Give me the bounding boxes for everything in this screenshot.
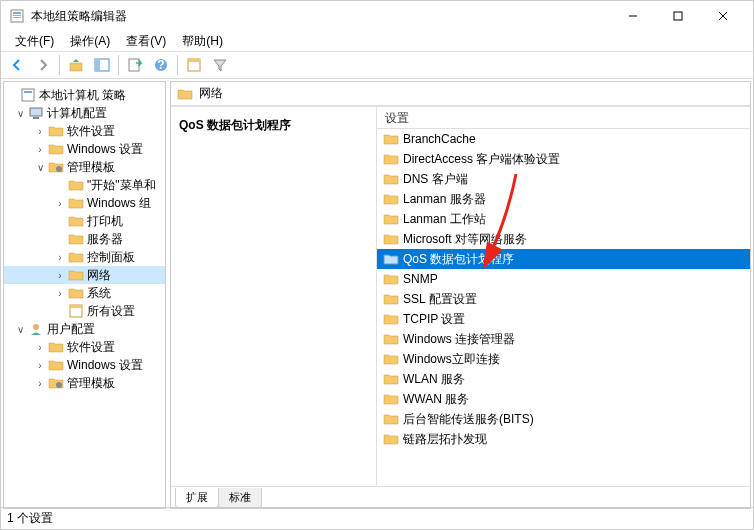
folder-icon bbox=[383, 431, 399, 447]
menu-bar: 文件(F) 操作(A) 查看(V) 帮助(H) bbox=[1, 31, 753, 51]
list-item-label: Microsoft 对等网络服务 bbox=[403, 231, 527, 248]
tree-admin-templates[interactable]: ∨管理模板 bbox=[4, 158, 165, 176]
help-button[interactable]: ? bbox=[149, 53, 173, 77]
svg-rect-18 bbox=[30, 108, 42, 116]
filter-button[interactable] bbox=[208, 53, 232, 77]
topic-panel: QoS 数据包计划程序 bbox=[171, 107, 376, 486]
list-item-label: BranchCache bbox=[403, 132, 476, 146]
list-item[interactable]: Microsoft 对等网络服务 bbox=[377, 229, 750, 249]
svg-rect-8 bbox=[70, 63, 82, 71]
folder-icon bbox=[383, 251, 399, 267]
list-item[interactable]: QoS 数据包计划程序 bbox=[377, 249, 750, 269]
header-title: 网络 bbox=[199, 85, 223, 102]
folder-icon bbox=[383, 371, 399, 387]
list-item-label: TCPIP 设置 bbox=[403, 311, 465, 328]
list-item[interactable]: 后台智能传送服务(BITS) bbox=[377, 409, 750, 429]
svg-text:?: ? bbox=[157, 58, 164, 72]
folder-icon bbox=[177, 86, 193, 102]
svg-rect-1 bbox=[13, 12, 21, 14]
forward-button[interactable] bbox=[31, 53, 55, 77]
svg-rect-2 bbox=[13, 15, 21, 16]
tab-standard[interactable]: 标准 bbox=[218, 488, 262, 508]
tree-pane[interactable]: 本地计算机 策略 ∨计算机配置 ›软件设置 ›Windows 设置 ∨管理模板 … bbox=[3, 81, 166, 509]
svg-rect-16 bbox=[22, 89, 34, 101]
folder-icon bbox=[383, 391, 399, 407]
tree-user-config[interactable]: ∨用户配置 bbox=[4, 320, 165, 338]
tree-item[interactable]: 打印机 bbox=[4, 212, 165, 230]
toolbar-separator bbox=[118, 55, 119, 75]
list-item[interactable]: WWAN 服务 bbox=[377, 389, 750, 409]
tree-item[interactable]: ›Windows 组 bbox=[4, 194, 165, 212]
app-icon bbox=[9, 8, 25, 24]
tree-item[interactable]: ›软件设置 bbox=[4, 338, 165, 356]
list-item-label: Lanman 工作站 bbox=[403, 211, 486, 228]
list-item[interactable]: Windows 连接管理器 bbox=[377, 329, 750, 349]
tab-extended[interactable]: 扩展 bbox=[175, 488, 219, 508]
properties-button[interactable] bbox=[182, 53, 206, 77]
content-pane: 网络 QoS 数据包计划程序 设置 BranchCacheDirectAcces… bbox=[170, 81, 751, 509]
list-item[interactable]: SNMP bbox=[377, 269, 750, 289]
tree-item[interactable]: ›管理模板 bbox=[4, 374, 165, 392]
minimize-button[interactable] bbox=[610, 1, 655, 31]
list-item[interactable]: DNS 客户端 bbox=[377, 169, 750, 189]
export-button[interactable] bbox=[123, 53, 147, 77]
menu-file[interactable]: 文件(F) bbox=[7, 31, 62, 51]
menu-help[interactable]: 帮助(H) bbox=[174, 31, 231, 51]
topic-title: QoS 数据包计划程序 bbox=[179, 118, 291, 132]
folder-icon bbox=[383, 151, 399, 167]
list-item[interactable]: Windows立即连接 bbox=[377, 349, 750, 369]
svg-point-20 bbox=[56, 166, 62, 172]
list-item-label: Windows 连接管理器 bbox=[403, 331, 515, 348]
list-item-label: 链路层拓扑发现 bbox=[403, 431, 487, 448]
svg-rect-5 bbox=[674, 12, 682, 20]
svg-rect-10 bbox=[95, 59, 100, 71]
tree-network[interactable]: ›网络 bbox=[4, 266, 165, 284]
window-title: 本地组策略编辑器 bbox=[31, 8, 610, 25]
tab-bar: 扩展 标准 bbox=[171, 486, 750, 508]
svg-rect-19 bbox=[33, 117, 39, 119]
main-area: 本地计算机 策略 ∨计算机配置 ›软件设置 ›Windows 设置 ∨管理模板 … bbox=[1, 79, 753, 511]
svg-rect-15 bbox=[188, 59, 200, 62]
list-item-label: WWAN 服务 bbox=[403, 391, 469, 408]
menu-action[interactable]: 操作(A) bbox=[62, 31, 118, 51]
tree-root[interactable]: 本地计算机 策略 bbox=[4, 86, 165, 104]
list-item-label: SSL 配置设置 bbox=[403, 291, 477, 308]
svg-rect-3 bbox=[13, 17, 21, 18]
folder-icon bbox=[383, 211, 399, 227]
list-item[interactable]: WLAN 服务 bbox=[377, 369, 750, 389]
list-item[interactable]: Lanman 工作站 bbox=[377, 209, 750, 229]
show-hide-tree-button[interactable] bbox=[90, 53, 114, 77]
back-button[interactable] bbox=[5, 53, 29, 77]
menu-view[interactable]: 查看(V) bbox=[118, 31, 174, 51]
tree-item[interactable]: ›Windows 设置 bbox=[4, 356, 165, 374]
folder-icon bbox=[383, 191, 399, 207]
close-button[interactable] bbox=[700, 1, 745, 31]
maximize-button[interactable] bbox=[655, 1, 700, 31]
settings-list[interactable]: BranchCacheDirectAccess 客户端体验设置DNS 客户端La… bbox=[377, 129, 750, 486]
list-item[interactable]: DirectAccess 客户端体验设置 bbox=[377, 149, 750, 169]
tree-item[interactable]: ›系统 bbox=[4, 284, 165, 302]
status-text: 1 个设置 bbox=[7, 510, 53, 527]
svg-rect-22 bbox=[70, 305, 82, 308]
status-bar: 1 个设置 bbox=[1, 507, 753, 529]
column-header[interactable]: 设置 bbox=[377, 107, 750, 129]
tree-item[interactable]: ›软件设置 bbox=[4, 122, 165, 140]
list-item-label: Lanman 服务器 bbox=[403, 191, 486, 208]
list-item-label: 后台智能传送服务(BITS) bbox=[403, 411, 534, 428]
svg-rect-17 bbox=[24, 91, 32, 93]
list-item[interactable]: 链路层拓扑发现 bbox=[377, 429, 750, 449]
tree-item[interactable]: ›控制面板 bbox=[4, 248, 165, 266]
toolbar-separator bbox=[59, 55, 60, 75]
list-item[interactable]: BranchCache bbox=[377, 129, 750, 149]
tree-item[interactable]: ›Windows 设置 bbox=[4, 140, 165, 158]
list-item[interactable]: Lanman 服务器 bbox=[377, 189, 750, 209]
list-item[interactable]: SSL 配置设置 bbox=[377, 289, 750, 309]
up-button[interactable] bbox=[64, 53, 88, 77]
tree-item[interactable]: "开始"菜单和 bbox=[4, 176, 165, 194]
tree-computer-config[interactable]: ∨计算机配置 bbox=[4, 104, 165, 122]
list-item[interactable]: TCPIP 设置 bbox=[377, 309, 750, 329]
folder-icon bbox=[383, 351, 399, 367]
tree-all-settings[interactable]: 所有设置 bbox=[4, 302, 165, 320]
tree-item[interactable]: 服务器 bbox=[4, 230, 165, 248]
title-bar: 本地组策略编辑器 bbox=[1, 1, 753, 31]
